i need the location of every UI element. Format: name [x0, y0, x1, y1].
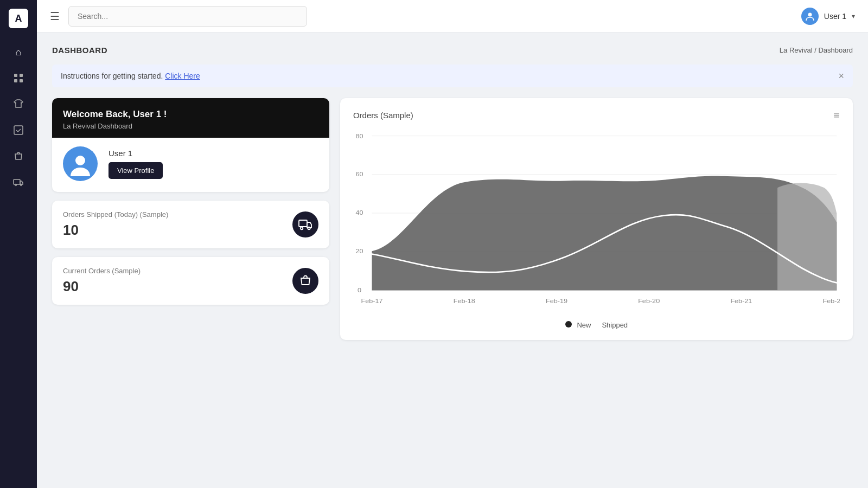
svg-text:80: 80 — [355, 132, 363, 139]
chart-header: Orders (Sample) ≡ — [353, 109, 840, 121]
svg-point-8 — [808, 12, 812, 16]
current-orders-info: Current Orders (Sample) 90 — [63, 267, 141, 295]
view-profile-button[interactable]: View Profile — [108, 162, 163, 179]
page-header: DASHBOARD La Revival / Dashboard — [52, 46, 853, 55]
user-label: User 1 — [824, 12, 846, 21]
profile-card-body: User 1 View Profile — [52, 138, 329, 192]
menu-icon[interactable]: ☰ — [50, 10, 60, 23]
legend-shipped: Shipped — [602, 321, 628, 329]
svg-text:Feb-18: Feb-18 — [454, 297, 475, 304]
svg-rect-4 — [14, 126, 23, 134]
chart-container: 80 60 40 20 0 — [353, 130, 840, 314]
breadcrumb-current: Dashboard — [818, 46, 853, 54]
svg-rect-2 — [14, 79, 17, 82]
svg-rect-3 — [20, 79, 23, 82]
page-content: DASHBOARD La Revival / Dashboard Instruc… — [37, 33, 868, 488]
sidebar-logo[interactable]: A — [9, 9, 28, 28]
current-orders-card: Current Orders (Sample) 90 — [52, 257, 329, 305]
dashboard-grid: Welcome Back, User 1 ! La Revival Dashbo… — [52, 98, 853, 340]
svg-text:0: 0 — [358, 286, 361, 293]
welcome-heading: Welcome Back, User 1 ! — [63, 109, 318, 120]
user-avatar-icon — [801, 8, 819, 25]
svg-rect-1 — [20, 74, 23, 77]
current-orders-value: 90 — [63, 278, 141, 295]
svg-text:40: 40 — [355, 209, 363, 216]
svg-point-11 — [301, 227, 303, 230]
sidebar-item-home[interactable]: ⌂ — [8, 41, 29, 63]
svg-text:Feb-20: Feb-20 — [638, 297, 660, 304]
profile-info: User 1 View Profile — [108, 149, 318, 179]
sidebar-item-bag[interactable] — [8, 145, 29, 167]
orders-shipped-card: Orders Shipped (Today) (Sample) 10 — [52, 201, 329, 248]
svg-text:Feb-22: Feb-22 — [822, 297, 840, 304]
topbar-right: User 1 ▾ — [801, 8, 855, 25]
left-column: Welcome Back, User 1 ! La Revival Dashbo… — [52, 98, 329, 305]
welcome-subtitle: La Revival Dashboard — [63, 122, 318, 130]
svg-text:20: 20 — [355, 248, 363, 255]
profile-card: Welcome Back, User 1 ! La Revival Dashbo… — [52, 98, 329, 192]
sidebar-item-grid[interactable] — [8, 67, 29, 89]
sidebar: A ⌂ — [0, 0, 37, 488]
sidebar-item-tasks[interactable] — [8, 119, 29, 141]
current-orders-label: Current Orders (Sample) — [63, 267, 141, 275]
chart-legend: New Shipped — [353, 321, 840, 329]
svg-text:Feb-19: Feb-19 — [546, 297, 567, 304]
svg-rect-5 — [14, 179, 20, 184]
sidebar-item-truck[interactable] — [8, 171, 29, 193]
svg-text:Feb-17: Feb-17 — [361, 297, 382, 304]
banner-close-button[interactable]: × — [838, 71, 844, 81]
svg-text:60: 60 — [355, 170, 363, 177]
breadcrumb: La Revival / Dashboard — [780, 46, 853, 54]
chart-title: Orders (Sample) — [353, 111, 413, 120]
main-area: ☰ User 1 ▾ DASHBOARD La Revival / Dashbo… — [37, 0, 868, 488]
info-banner: Instructions for getting started. Click … — [52, 65, 853, 87]
legend-new: New — [565, 321, 591, 329]
orders-shipped-info: Orders Shipped (Today) (Sample) 10 — [63, 210, 168, 239]
orders-shipped-value: 10 — [63, 222, 168, 239]
svg-point-12 — [308, 227, 310, 230]
svg-point-6 — [15, 184, 17, 186]
orders-shipped-icon — [292, 211, 318, 237]
profile-card-header: Welcome Back, User 1 ! La Revival Dashbo… — [52, 98, 329, 138]
current-orders-icon — [292, 268, 318, 294]
banner-link[interactable]: Click Here — [165, 72, 200, 80]
orders-shipped-label: Orders Shipped (Today) (Sample) — [63, 210, 168, 219]
svg-rect-0 — [14, 74, 17, 77]
search-input[interactable] — [68, 6, 307, 27]
profile-name: User 1 — [108, 149, 318, 158]
svg-point-7 — [21, 184, 22, 186]
svg-text:Feb-21: Feb-21 — [730, 297, 752, 304]
chart-menu-icon[interactable]: ≡ — [833, 109, 840, 121]
legend-new-dot — [565, 321, 572, 328]
page-title: DASHBOARD — [52, 46, 107, 55]
avatar — [63, 146, 98, 181]
topbar: ☰ User 1 ▾ — [37, 0, 868, 33]
banner-text: Instructions for getting started. Click … — [61, 72, 200, 80]
svg-point-9 — [75, 156, 85, 165]
svg-rect-10 — [299, 220, 307, 227]
chart-card: Orders (Sample) ≡ 80 60 40 20 0 — [340, 98, 853, 340]
chevron-down-icon[interactable]: ▾ — [852, 12, 855, 20]
sidebar-item-apparel[interactable] — [8, 93, 29, 115]
orders-chart: 80 60 40 20 0 — [353, 130, 840, 314]
breadcrumb-root: La Revival — [780, 46, 813, 54]
